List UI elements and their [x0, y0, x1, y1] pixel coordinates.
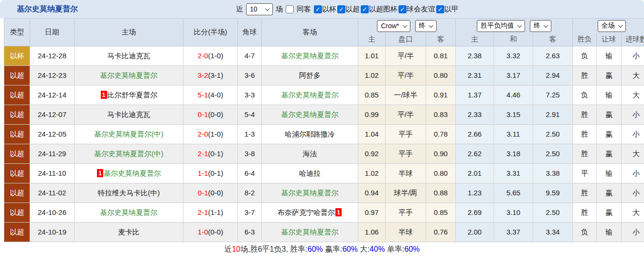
avg-draw: 3.17: [494, 66, 533, 85]
away-team-cell: 海法: [262, 144, 358, 164]
table-row: 以超24-12-141比尔舒华夏普尔5-1(4-0)3-3基尔史莫纳夏普尔0.8…: [4, 85, 644, 105]
sub-header-odds-away: 客: [426, 33, 456, 46]
sub-header-odds-home: 主: [358, 33, 386, 46]
result-wdl: 负: [573, 46, 597, 66]
chevron-down-icon: [517, 23, 522, 28]
scope-select[interactable]: 全场: [598, 20, 626, 32]
avg-source-select[interactable]: 胜平负均值: [477, 20, 525, 32]
avg-away: 2.50: [533, 203, 573, 223]
odds-source-select[interactable]: Crow*: [377, 20, 410, 32]
match-type-badge: 以超: [4, 125, 30, 144]
away-team-cell: 哈迪拉: [262, 164, 358, 183]
result-wdl: 胜: [573, 105, 597, 125]
result-handicap: 赢: [597, 66, 622, 85]
match-date: 24-10-19: [30, 223, 75, 242]
odds-period-select[interactable]: 终: [415, 20, 437, 32]
match-type-badge: 以超: [4, 85, 30, 105]
match-date: 24-12-14: [30, 85, 75, 105]
odds-home: 1.02: [358, 66, 386, 85]
team-name: 比尔舒华夏普尔: [107, 91, 158, 99]
table-row: 以超24-11-02特拉维夫马卡比(中)0-1(0-0)8-2基尔史莫纳夏普尔0…: [4, 183, 644, 203]
home-team-cell: 基尔史莫纳夏普尔: [75, 66, 183, 85]
handicap-line: 一/球半: [386, 85, 426, 105]
home-team-cell: 麦卡比: [75, 223, 183, 242]
col-header-date: 日期: [30, 19, 75, 46]
corners-cell: 3-3: [238, 85, 262, 105]
avg-home: 2.66: [456, 125, 494, 144]
chevron-down-icon: [402, 23, 407, 28]
summary-segment: 赢率:: [323, 245, 343, 255]
avg-away: 3.34: [533, 223, 573, 242]
team-name: 哈迪拉: [299, 169, 321, 177]
league-filter-checkbox[interactable]: [337, 5, 345, 13]
home-team-cell: 1比尔舒华夏普尔: [75, 85, 183, 105]
home-team-cell: 基尔史莫纳夏普尔(中): [75, 144, 183, 164]
table-row: 以超24-11-29基尔史莫纳夏普尔(中)2-1(0-1)3-8海法0.92平手…: [4, 144, 644, 164]
corners-cell: 6-4: [238, 164, 262, 183]
halftime-score: (1-0): [208, 52, 224, 60]
avg-draw: 3.18: [494, 144, 533, 164]
team-name: 基尔史莫纳夏普尔: [281, 228, 339, 236]
fulltime-score: 2-0: [198, 52, 208, 60]
result-goals: 大: [622, 203, 644, 223]
result-goals: 小: [622, 183, 644, 203]
summary-segment: 近: [224, 245, 232, 255]
home-team-cell: 马卡比迪克瓦: [75, 46, 183, 66]
match-date: 24-12-28: [30, 46, 75, 66]
league-filter-group: 以杯以超以超图杯球会友谊以甲: [314, 5, 460, 14]
table-row: 以超24-12-23基尔史莫纳夏普尔3-2(3-1)3-6阿舒多1.02平/半0…: [4, 66, 644, 85]
topbar: 基尔史莫纳夏普尔 近 10 场 同客 以杯以超以超图杯球会友谊以甲: [0, 0, 644, 18]
team-name: 阿舒多: [299, 71, 321, 79]
summary-segment: 60%: [343, 245, 358, 254]
result-handicap: 赢: [597, 183, 622, 203]
odds-away: 0.91: [426, 85, 456, 105]
team-name: 麦卡比: [118, 228, 140, 236]
summary-segment: 场,胜6平1负3, 胜率:: [240, 245, 307, 255]
avg-period-select[interactable]: 终: [530, 20, 551, 32]
team-name: 基尔史莫纳夏普尔: [281, 91, 339, 99]
team-name: 基尔史莫纳夏普尔: [281, 189, 339, 197]
result-wdl: 胜: [573, 125, 597, 144]
table-row: 以超24-10-26基尔史莫纳夏普尔2-1(1-1)3-7布奈萨克宁哈普尔10.…: [4, 203, 644, 223]
team-name: 马卡比迪克瓦: [107, 110, 150, 118]
score-cell: 1-0(0-0): [183, 223, 238, 242]
handicap-line: 平/半: [386, 46, 426, 66]
corners-cell: 3-7: [238, 203, 262, 223]
same-opponent-checkbox[interactable]: [286, 5, 294, 13]
away-team-cell: 布奈萨克宁哈普尔1: [262, 203, 358, 223]
avg-away: 9.59: [533, 183, 573, 203]
away-team-cell: 基尔史莫纳夏普尔: [262, 183, 358, 203]
result-wdl: 胜: [573, 144, 597, 164]
league-filter-checkbox[interactable]: [361, 5, 369, 13]
team-name: 布奈萨克宁哈普尔: [278, 208, 335, 216]
avg-draw: 3.10: [494, 203, 533, 223]
odds-home: 0.94: [358, 183, 386, 203]
team-title: 基尔史莫纳夏普尔: [17, 0, 78, 18]
score-cell: 0-1(0-0): [183, 183, 238, 203]
league-filter-checkbox[interactable]: [314, 5, 322, 13]
result-handicap: 输: [597, 85, 622, 105]
home-team-cell: 1基尔史莫纳夏普尔: [75, 164, 183, 183]
avg-draw: 3.32: [494, 46, 533, 66]
league-filter-checkbox[interactable]: [398, 5, 407, 13]
result-handicap: 赢: [597, 105, 622, 125]
odds-home: 0.99: [358, 105, 386, 125]
col-header-away: 客场: [262, 19, 358, 46]
summary-segment: 单率:: [385, 245, 405, 255]
league-filter-checkbox[interactable]: [436, 5, 444, 13]
away-team-cell: 基尔史莫纳夏普尔: [262, 85, 358, 105]
odds-away: 0.88: [426, 183, 456, 203]
result-wdl: 胜: [573, 203, 597, 223]
avg-home: 2.01: [456, 164, 494, 183]
away-team-cell: 基尔史莫纳夏普尔: [262, 223, 358, 242]
recent-count-select[interactable]: 10: [246, 3, 273, 15]
score-cell: 3-2(3-1): [183, 66, 238, 85]
corners-cell: 6-3: [238, 223, 262, 242]
team-name: 基尔史莫纳夏普尔: [104, 169, 161, 177]
match-type-badge: 以超: [4, 223, 30, 242]
match-date: 24-11-10: [30, 164, 75, 183]
col-header-home: 主场: [75, 19, 183, 46]
result-goals: 小: [622, 105, 644, 125]
summary-segment: 60%: [308, 245, 323, 254]
table-row: 以超24-11-101基尔史莫纳夏普尔1-1(0-1)6-4哈迪拉1.02半球0…: [4, 164, 644, 183]
